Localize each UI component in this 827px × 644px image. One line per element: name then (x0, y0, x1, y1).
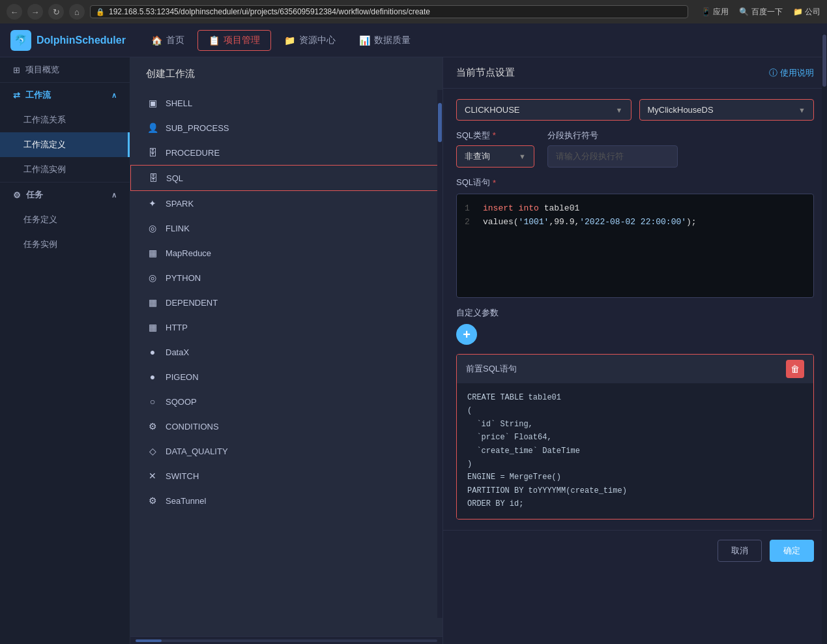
url-text: 192.168.5.53:12345/dolphinscheduler/ui/p… (109, 7, 430, 16)
sql-section: SQL语句 * 1 insert into table01 2 values( (456, 177, 814, 298)
seatunnel-icon: ⚙ (146, 494, 159, 507)
tasks-gear-icon: ⚙ (13, 190, 21, 200)
sidebar-item-workflow-instances[interactable]: 工作流实例 (0, 157, 130, 182)
sql-label: SQL语句 * (456, 177, 814, 188)
home-nav-btn[interactable]: ⌂ (69, 4, 85, 20)
back-btn[interactable]: ← (7, 4, 22, 20)
task-item-sql[interactable]: 🗄 SQL (130, 165, 443, 191)
pre-sql-code[interactable]: CREATE TABLE table01 ( `id` String, `pri… (457, 383, 813, 519)
panel-header: 当前节点设置 ⓘ 使用说明 (443, 57, 827, 89)
shortcut-baidu[interactable]: 🔍 百度一下 (739, 7, 782, 18)
sidebar-section-workflow: ⇄ 工作流 ∧ 工作流关系 工作流定义 工作流实例 (0, 82, 130, 182)
sidebar-item-task-definitions[interactable]: 任务定义 (0, 207, 130, 232)
h-scroll-thumb (136, 639, 162, 642)
resource-icon: 📁 (284, 35, 295, 46)
forward-btn[interactable]: → (27, 4, 43, 20)
task-item-data-quality[interactable]: ◇ DATA_QUALITY (130, 439, 443, 463)
h-scroll-track (136, 639, 437, 642)
pre-sql-section: 前置SQL语句 🗑 CREATE TABLE table01 ( `id` St… (456, 354, 814, 520)
db-type-select[interactable]: CLICKHOUSE ▼ (456, 99, 631, 121)
shortcut-apps[interactable]: 📱 应用 (701, 7, 729, 18)
sql-code-editor[interactable]: 1 insert into table01 2 values('1001',99… (456, 194, 814, 298)
node-settings-panel: 当前节点设置 ⓘ 使用说明 CLICKHOUSE ▼ MyClickHouseD… (443, 57, 827, 644)
task-item-mapreduce[interactable]: ▦ MapReduce (130, 241, 443, 265)
sidebar-item-task-instances[interactable]: 任务实例 (0, 232, 130, 257)
sql-icon: 🗄 (147, 171, 160, 184)
confirm-button[interactable]: 确定 (770, 540, 814, 562)
db-row: CLICKHOUSE ▼ MyClickHouseDS ▼ (456, 99, 814, 121)
params-label: 自定义参数 (456, 307, 814, 319)
task-item-http[interactable]: ▦ HTTP (130, 315, 443, 340)
refresh-btn[interactable]: ↻ (48, 4, 64, 20)
sql-type-row: SQL类型 非查询 ▼ 分段执行符号 请输入分段执行符 (456, 130, 814, 168)
sqoop-icon: ○ (146, 395, 159, 408)
pre-sql-line-2: ( (467, 404, 803, 417)
sql-required-dot: * (493, 178, 496, 188)
nav-resource[interactable]: 📁 资源中心 (274, 31, 346, 50)
horizontal-scrollbar[interactable] (130, 636, 443, 644)
sidebar-item-workflow-definitions[interactable]: 工作流定义 (0, 132, 130, 157)
sidebar: ⊞ 项目概览 ⇄ 工作流 ∧ 工作流关系 工作流定义 工作流实例 ⚙ 任务 ∧ (0, 57, 130, 644)
pre-sql-delete-button[interactable]: 🗑 (786, 360, 804, 378)
delimiter-input[interactable]: 请输入分段执行符 (547, 145, 678, 168)
sql-type-select[interactable]: 非查询 ▼ (456, 145, 534, 168)
pre-sql-line-6: ) (467, 458, 803, 471)
settings-body: CLICKHOUSE ▼ MyClickHouseDS ▼ SQL类型 非查询 … (443, 89, 827, 530)
workflow-collapse-icon: ∧ (111, 91, 117, 100)
pre-sql-line-3: `id` String, (467, 418, 803, 431)
task-item-procedure[interactable]: 🗄 PROCEDURE (130, 140, 443, 165)
scroll-thumb (438, 103, 442, 142)
cancel-button[interactable]: 取消 (718, 540, 762, 562)
shortcut-company[interactable]: 📁 公司 (793, 7, 820, 18)
switch-icon: ✕ (146, 469, 159, 482)
nav-project[interactable]: 📋 项目管理 (197, 30, 271, 51)
task-item-spark[interactable]: ✦ SPARK (130, 191, 443, 216)
task-item-switch[interactable]: ✕ SWITCH (130, 463, 443, 488)
help-link[interactable]: ⓘ 使用说明 (769, 67, 814, 79)
task-item-pigeon[interactable]: ● PIGEON (130, 364, 443, 389)
datasource-chevron: ▼ (798, 106, 805, 114)
http-icon: ▦ (146, 321, 159, 334)
project-overview-icon: ⊞ (13, 65, 20, 75)
add-param-button[interactable]: + (456, 324, 477, 345)
nav-data[interactable]: 📊 数据质量 (349, 31, 421, 50)
panel-title: 创建工作流 (130, 57, 443, 88)
task-item-seatunnel[interactable]: ⚙ SeaTunnel (130, 488, 443, 513)
delimiter-group: 分段执行符号 请输入分段执行符 (547, 130, 678, 168)
right-scroll-thumb (822, 57, 826, 87)
panel-title-text: 当前节点设置 (456, 66, 515, 79)
main-nav: 🏠 首页 📋 项目管理 📁 资源中心 📊 数据质量 (141, 30, 421, 51)
right-scrollbar[interactable] (822, 57, 827, 644)
nav-home[interactable]: 🏠 首页 (141, 31, 195, 50)
vertical-scrollbar[interactable] (437, 90, 443, 618)
task-item-conditions[interactable]: ⚙ CONDITIONS (130, 414, 443, 439)
task-item-dependent[interactable]: ▦ DEPENDENT (130, 290, 443, 315)
task-list: ▣ SHELL 👤 SUB_PROCESS 🗄 PROCEDURE 🗄 SQL … (130, 88, 443, 636)
sidebar-item-project-overview[interactable]: ⊞ 项目概览 (0, 57, 130, 82)
task-item-flink[interactable]: ◎ FLINK (130, 216, 443, 241)
help-icon: ⓘ (769, 67, 777, 79)
task-item-sqoop[interactable]: ○ SQOOP (130, 389, 443, 414)
sub-process-icon: 👤 (146, 121, 159, 134)
sidebar-item-workflow[interactable]: ⇄ 工作流 ∧ (0, 83, 130, 108)
datasource-select[interactable]: MyClickHouseDS ▼ (639, 99, 815, 121)
spark-icon: ✦ (146, 197, 159, 210)
task-item-shell[interactable]: ▣ SHELL (130, 91, 443, 115)
task-list-panel: 创建工作流 ▣ SHELL 👤 SUB_PROCESS 🗄 PROCEDURE (130, 57, 443, 644)
datax-icon: ● (146, 345, 159, 359)
address-bar[interactable]: 🔒 192.168.5.53:12345/dolphinscheduler/ui… (90, 5, 688, 18)
pre-sql-line-4: `price` Float64, (467, 431, 803, 444)
task-item-sub-process[interactable]: 👤 SUB_PROCESS (130, 115, 443, 140)
sql-type-label: SQL类型 (456, 130, 534, 141)
task-item-datax[interactable]: ● DataX (130, 340, 443, 364)
shell-icon: ▣ (146, 96, 159, 110)
sidebar-item-workflow-relations[interactable]: 工作流关系 (0, 108, 130, 132)
sidebar-item-tasks[interactable]: ⚙ 任务 ∧ (0, 183, 130, 207)
params-section: 自定义参数 + (456, 307, 814, 345)
task-item-python[interactable]: ◎ PYTHON (130, 265, 443, 290)
pre-sql-line-1: CREATE TABLE table01 (467, 391, 803, 404)
data-quality-icon: ◇ (146, 445, 159, 458)
flink-icon: ◎ (146, 222, 159, 235)
delimiter-label: 分段执行符号 (547, 130, 678, 141)
pigeon-icon: ● (146, 370, 159, 383)
